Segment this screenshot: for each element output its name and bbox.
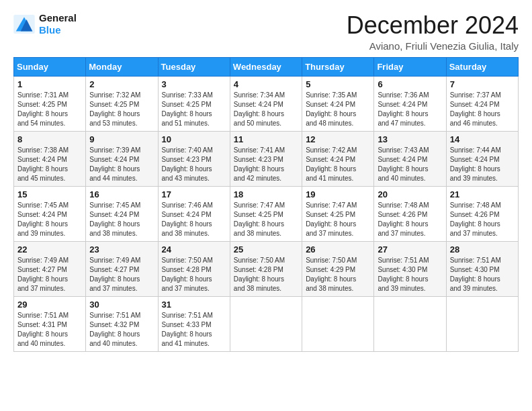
day-info: Sunrise: 7:41 AMSunset: 4:23 PMDaylight:… (234, 146, 298, 183)
day-number: 10 (162, 134, 226, 144)
day-cell: 25 Sunrise: 7:50 AMSunset: 4:28 PMDaylig… (230, 241, 302, 296)
day-number: 17 (162, 189, 226, 199)
header-day-tuesday: Tuesday (158, 57, 230, 76)
day-cell: 13 Sunrise: 7:43 AMSunset: 4:24 PMDaylig… (374, 131, 446, 186)
header-day-thursday: Thursday (302, 57, 374, 76)
day-cell: 28 Sunrise: 7:51 AMSunset: 4:30 PMDaylig… (446, 241, 518, 296)
day-info: Sunrise: 7:50 AMSunset: 4:28 PMDaylight:… (234, 256, 298, 293)
day-info: Sunrise: 7:40 AMSunset: 4:23 PMDaylight:… (162, 146, 226, 183)
day-info: Sunrise: 7:36 AMSunset: 4:24 PMDaylight:… (378, 91, 442, 128)
logo-icon (13, 15, 35, 34)
day-info: Sunrise: 7:51 AMSunset: 4:30 PMDaylight:… (378, 256, 442, 293)
day-cell: 6 Sunrise: 7:36 AMSunset: 4:24 PMDayligh… (374, 76, 446, 131)
day-cell: 22 Sunrise: 7:49 AMSunset: 4:27 PMDaylig… (14, 241, 86, 296)
header-day-saturday: Saturday (446, 57, 518, 76)
header-row: SundayMondayTuesdayWednesdayThursdayFrid… (14, 57, 519, 76)
day-number: 15 (17, 189, 82, 199)
day-info: Sunrise: 7:46 AMSunset: 4:24 PMDaylight:… (162, 201, 226, 238)
day-number: 11 (234, 134, 298, 144)
day-number: 28 (450, 244, 515, 255)
day-cell: 4 Sunrise: 7:34 AMSunset: 4:24 PMDayligh… (230, 76, 302, 131)
day-cell: 29 Sunrise: 7:51 AMSunset: 4:31 PMDaylig… (14, 296, 86, 351)
day-number: 21 (450, 189, 515, 199)
week-row-3: 15 Sunrise: 7:45 AMSunset: 4:24 PMDaylig… (14, 186, 519, 241)
day-number: 4 (234, 79, 298, 89)
day-info: Sunrise: 7:49 AMSunset: 4:27 PMDaylight:… (17, 256, 82, 293)
day-info: Sunrise: 7:48 AMSunset: 4:26 PMDaylight:… (378, 201, 442, 238)
day-cell: 9 Sunrise: 7:39 AMSunset: 4:24 PMDayligh… (86, 131, 158, 186)
day-cell: 19 Sunrise: 7:47 AMSunset: 4:25 PMDaylig… (302, 186, 374, 241)
day-info: Sunrise: 7:51 AMSunset: 4:32 PMDaylight:… (89, 311, 154, 349)
day-info: Sunrise: 7:37 AMSunset: 4:24 PMDaylight:… (450, 91, 515, 128)
day-number: 25 (234, 244, 298, 255)
day-cell: 12 Sunrise: 7:42 AMSunset: 4:24 PMDaylig… (302, 131, 374, 186)
day-cell: 3 Sunrise: 7:33 AMSunset: 4:25 PMDayligh… (158, 76, 230, 131)
day-info: Sunrise: 7:38 AMSunset: 4:24 PMDaylight:… (17, 146, 82, 183)
day-number: 14 (450, 134, 515, 144)
logo-area: General Blue (13, 12, 77, 36)
day-cell: 21 Sunrise: 7:48 AMSunset: 4:26 PMDaylig… (446, 186, 518, 241)
day-cell: 26 Sunrise: 7:50 AMSunset: 4:29 PMDaylig… (302, 241, 374, 296)
day-cell: 15 Sunrise: 7:45 AMSunset: 4:24 PMDaylig… (14, 186, 86, 241)
day-info: Sunrise: 7:50 AMSunset: 4:28 PMDaylight:… (162, 256, 226, 293)
day-info: Sunrise: 7:51 AMSunset: 4:30 PMDaylight:… (450, 256, 515, 293)
day-cell: 7 Sunrise: 7:37 AMSunset: 4:24 PMDayligh… (446, 76, 518, 131)
day-info: Sunrise: 7:51 AMSunset: 4:33 PMDaylight:… (162, 311, 226, 349)
day-cell: 17 Sunrise: 7:46 AMSunset: 4:24 PMDaylig… (158, 186, 230, 241)
day-cell: 2 Sunrise: 7:32 AMSunset: 4:25 PMDayligh… (86, 76, 158, 131)
day-number: 2 (89, 79, 154, 89)
day-number: 26 (306, 244, 370, 255)
day-cell: 5 Sunrise: 7:35 AMSunset: 4:24 PMDayligh… (302, 76, 374, 131)
day-number: 16 (89, 189, 154, 199)
day-info: Sunrise: 7:47 AMSunset: 4:25 PMDaylight:… (306, 201, 370, 238)
day-info: Sunrise: 7:33 AMSunset: 4:25 PMDaylight:… (162, 91, 226, 128)
header-day-friday: Friday (374, 57, 446, 76)
day-info: Sunrise: 7:35 AMSunset: 4:24 PMDaylight:… (306, 91, 370, 128)
day-cell: 11 Sunrise: 7:41 AMSunset: 4:23 PMDaylig… (230, 131, 302, 186)
day-info: Sunrise: 7:43 AMSunset: 4:24 PMDaylight:… (378, 146, 442, 183)
day-cell: 23 Sunrise: 7:49 AMSunset: 4:27 PMDaylig… (86, 241, 158, 296)
day-number: 5 (306, 79, 370, 89)
day-cell: 10 Sunrise: 7:40 AMSunset: 4:23 PMDaylig… (158, 131, 230, 186)
week-row-4: 22 Sunrise: 7:49 AMSunset: 4:27 PMDaylig… (14, 241, 519, 296)
day-cell: 1 Sunrise: 7:31 AMSunset: 4:25 PMDayligh… (14, 76, 86, 131)
week-row-1: 1 Sunrise: 7:31 AMSunset: 4:25 PMDayligh… (14, 76, 519, 131)
day-info: Sunrise: 7:31 AMSunset: 4:25 PMDaylight:… (17, 91, 82, 128)
week-row-5: 29 Sunrise: 7:51 AMSunset: 4:31 PMDaylig… (14, 296, 519, 351)
day-info: Sunrise: 7:34 AMSunset: 4:24 PMDaylight:… (234, 91, 298, 128)
day-number: 6 (378, 79, 442, 89)
day-cell (374, 296, 446, 351)
day-info: Sunrise: 7:51 AMSunset: 4:31 PMDaylight:… (17, 311, 82, 349)
day-cell: 31 Sunrise: 7:51 AMSunset: 4:33 PMDaylig… (158, 296, 230, 351)
day-info: Sunrise: 7:49 AMSunset: 4:27 PMDaylight:… (89, 256, 154, 293)
day-cell: 8 Sunrise: 7:38 AMSunset: 4:24 PMDayligh… (14, 131, 86, 186)
day-number: 13 (378, 134, 442, 144)
day-cell (446, 296, 518, 351)
day-cell: 27 Sunrise: 7:51 AMSunset: 4:30 PMDaylig… (374, 241, 446, 296)
day-info: Sunrise: 7:45 AMSunset: 4:24 PMDaylight:… (89, 201, 154, 238)
header-day-sunday: Sunday (14, 57, 86, 76)
day-number: 22 (17, 244, 82, 255)
day-info: Sunrise: 7:39 AMSunset: 4:24 PMDaylight:… (89, 146, 154, 183)
day-number: 23 (89, 244, 154, 255)
day-cell: 20 Sunrise: 7:48 AMSunset: 4:26 PMDaylig… (374, 186, 446, 241)
day-number: 27 (378, 244, 442, 255)
subtitle: Aviano, Friuli Venezia Giulia, Italy (347, 40, 519, 52)
day-number: 12 (306, 134, 370, 144)
calendar-table: SundayMondayTuesdayWednesdayThursdayFrid… (13, 57, 519, 352)
day-cell (302, 296, 374, 351)
day-info: Sunrise: 7:47 AMSunset: 4:25 PMDaylight:… (234, 201, 298, 238)
day-cell: 18 Sunrise: 7:47 AMSunset: 4:25 PMDaylig… (230, 186, 302, 241)
day-cell: 30 Sunrise: 7:51 AMSunset: 4:32 PMDaylig… (86, 296, 158, 351)
page: General Blue December 2024 Aviano, Friul… (0, 0, 532, 411)
logo-text: General Blue (39, 12, 77, 36)
day-info: Sunrise: 7:42 AMSunset: 4:24 PMDaylight:… (306, 146, 370, 183)
day-info: Sunrise: 7:44 AMSunset: 4:24 PMDaylight:… (450, 146, 515, 183)
header-day-monday: Monday (86, 57, 158, 76)
day-number: 7 (450, 79, 515, 89)
day-number: 1 (17, 79, 82, 89)
header: General Blue December 2024 Aviano, Friul… (13, 12, 519, 52)
week-row-2: 8 Sunrise: 7:38 AMSunset: 4:24 PMDayligh… (14, 131, 519, 186)
day-number: 30 (89, 300, 154, 310)
day-number: 3 (162, 79, 226, 89)
